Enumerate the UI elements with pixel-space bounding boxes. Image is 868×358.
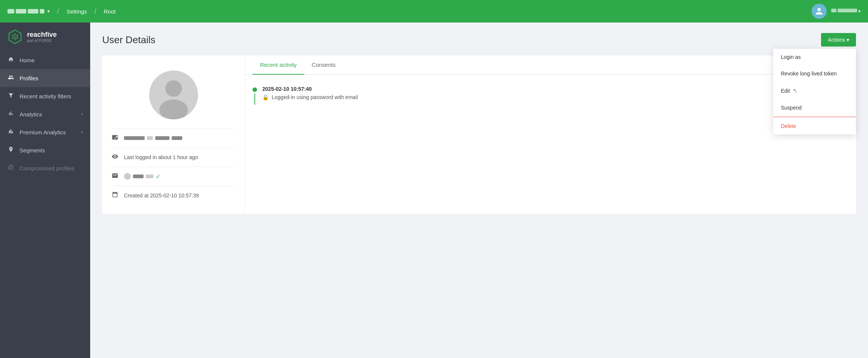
sidebar-label-premium-analytics: Premium Analytics — [20, 129, 66, 135]
user-name-blocks: ▾ — [831, 9, 860, 14]
top-nav-left: ▾ / Settings / Root — [8, 8, 116, 15]
email-verified-icon: ✓ — [156, 173, 160, 180]
sidebar-logo: reachfive part of PURSE — [0, 23, 90, 51]
user-block-2 — [838, 9, 857, 12]
logo-icon — [8, 29, 23, 44]
sidebar-item-segments[interactable]: Segments — [0, 141, 90, 159]
main-content: User Details Actions ▾ — [90, 23, 868, 358]
activity-body: 2025-02-10 10:57:40 🔒 Logged-in using pa… — [262, 86, 848, 105]
user-info: ▾ — [831, 9, 860, 14]
id-card-icon — [111, 134, 119, 142]
activity-line — [254, 93, 255, 105]
env-blocks — [8, 9, 44, 14]
login-as-label: Login as — [781, 54, 801, 60]
lock-icon: 🔒 — [262, 94, 269, 100]
sidebar-label-recent-activity-filters: Recent activity filters — [20, 93, 71, 99]
tab-consents-label: Consents — [312, 62, 336, 68]
user-id-content — [124, 136, 182, 140]
env-block-3 — [28, 9, 38, 14]
app-body: reachfive part of PURSE Home Profiles Re… — [0, 23, 868, 358]
sidebar-label-home: Home — [20, 57, 35, 63]
sidebar: reachfive part of PURSE Home Profiles Re… — [0, 23, 90, 358]
logo-text: reachfive part of PURSE — [27, 31, 57, 43]
page-header: User Details Actions ▾ — [102, 33, 856, 47]
env-block-2 — [16, 9, 26, 14]
segments-icon — [8, 146, 14, 154]
premium-analytics-icon — [8, 128, 14, 136]
settings-link[interactable]: Settings — [67, 8, 87, 15]
env-block-4 — [40, 9, 44, 14]
activity-time: 2025-02-10 10:57:40 — [262, 86, 848, 92]
sidebar-item-profiles[interactable]: Profiles — [0, 69, 90, 87]
delete-label: Delete — [781, 123, 796, 129]
activity-dot — [253, 87, 257, 92]
env-chevron-icon[interactable]: ▾ — [47, 9, 50, 14]
user-info-row-last-login: Last logged in about 1 hour ago — [111, 147, 236, 167]
dropdown-item-revoke-token[interactable]: Revoke long lived token — [773, 65, 856, 82]
sidebar-item-premium-analytics[interactable]: Premium Analytics › — [0, 123, 90, 141]
ban-icon — [8, 164, 14, 172]
tab-recent-activity-label: Recent activity — [260, 62, 297, 68]
sidebar-label-analytics: Analytics — [20, 111, 42, 117]
people-icon — [8, 74, 14, 82]
user-email-content: ✓ — [124, 173, 160, 180]
activity-desc-text: Logged-in using password with email — [272, 94, 358, 100]
sidebar-label-profiles: Profiles — [20, 75, 38, 81]
analytics-chevron-icon: › — [81, 111, 83, 117]
svg-line-6 — [17, 38, 19, 39]
env-selector[interactable]: ▾ — [8, 9, 50, 14]
user-avatar-large — [149, 71, 198, 119]
root-link[interactable]: Root — [104, 8, 116, 15]
activity-description: 🔒 Logged-in using password with email — [262, 94, 848, 100]
top-nav-right: ▾ — [812, 4, 860, 19]
revoke-token-label: Revoke long lived token — [781, 71, 837, 77]
dropdown-divider — [773, 117, 856, 117]
created-at-text: Created at 2025-02-10 10:57:39 — [124, 193, 199, 199]
dropdown-item-edit[interactable]: Edit ↖ — [773, 82, 856, 99]
activity-timeline — [253, 86, 257, 105]
last-login-text: Last logged in about 1 hour ago — [124, 154, 198, 160]
sidebar-item-compromised-profiles: Compromised profiles — [0, 159, 90, 177]
calendar-icon — [111, 191, 119, 200]
svg-line-8 — [17, 35, 19, 36]
user-profile-section: Last logged in about 1 hour ago ✓ — [102, 56, 245, 214]
sidebar-item-home[interactable]: Home — [0, 51, 90, 69]
eye-icon — [111, 153, 119, 161]
user-info-row-email: ✓ — [111, 167, 236, 186]
tab-consents[interactable]: Consents — [304, 56, 343, 75]
filter-icon — [8, 92, 14, 100]
svg-line-5 — [12, 35, 13, 36]
actions-button[interactable]: Actions ▾ — [821, 33, 856, 47]
top-nav: ▾ / Settings / Root ▾ — [0, 0, 868, 23]
sidebar-item-analytics[interactable]: Analytics › — [0, 105, 90, 123]
email-icon — [111, 172, 119, 181]
analytics-icon — [8, 110, 14, 118]
activity-entry: 2025-02-10 10:57:40 🔒 Logged-in using pa… — [253, 82, 848, 108]
svg-point-10 — [165, 80, 182, 97]
home-icon — [8, 56, 14, 64]
activity-tabs: Recent activity Consents — [245, 56, 856, 75]
dropdown-item-login-as[interactable]: Login as — [773, 49, 856, 65]
cursor-icon: ↖ — [793, 87, 798, 94]
activity-section: Recent activity Consents 2025-02-10 10:5… — [245, 56, 856, 214]
premium-analytics-chevron-icon: › — [81, 129, 83, 135]
avatar-svg — [149, 71, 198, 119]
avatar — [812, 4, 827, 19]
dropdown-item-delete[interactable]: Delete — [773, 118, 856, 134]
nav-separator: / — [57, 8, 59, 15]
logo-subtitle: part of PURSE — [27, 39, 57, 43]
page-title: User Details — [102, 34, 156, 46]
sidebar-label-compromised-profiles: Compromised profiles — [20, 165, 74, 171]
actions-dropdown: Login as Revoke long lived token Edit ↖ … — [773, 49, 856, 134]
sidebar-item-recent-activity-filters[interactable]: Recent activity filters — [0, 87, 90, 105]
svg-line-7 — [12, 38, 13, 39]
nav-separator-2: / — [94, 8, 96, 15]
sidebar-label-segments: Segments — [20, 147, 45, 153]
user-block-1 — [831, 9, 836, 12]
svg-point-2 — [14, 36, 16, 38]
tab-recent-activity[interactable]: Recent activity — [253, 56, 304, 75]
logo-title: reachfive — [27, 31, 57, 39]
dropdown-item-suspend[interactable]: Suspend — [773, 99, 856, 116]
user-info-row-id — [111, 128, 236, 147]
edit-label: Edit — [781, 88, 790, 94]
